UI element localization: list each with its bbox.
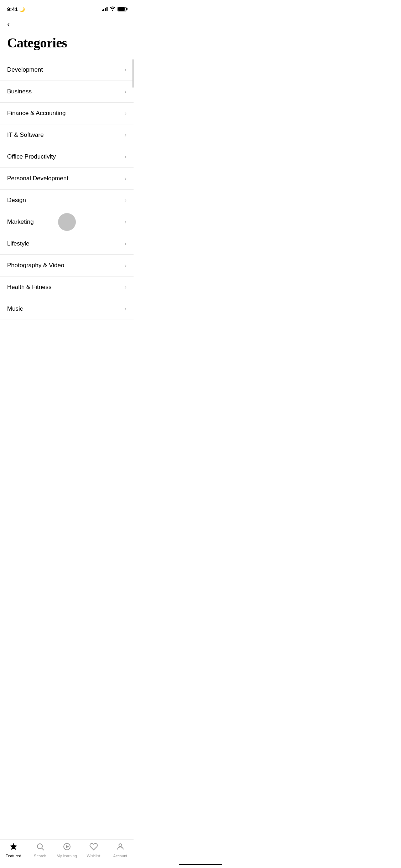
category-label-marketing: Marketing bbox=[7, 218, 34, 226]
chevron-right-icon: › bbox=[125, 241, 126, 247]
back-arrow-icon: ‹ bbox=[7, 20, 10, 29]
chevron-right-icon: › bbox=[125, 175, 126, 182]
category-item-lifestyle[interactable]: Lifestyle› bbox=[0, 233, 134, 255]
category-label-business: Business bbox=[7, 88, 32, 95]
category-list: Development›Business›Finance & Accountin… bbox=[0, 59, 134, 320]
chevron-right-icon: › bbox=[125, 284, 126, 290]
category-label-personal-development: Personal Development bbox=[7, 175, 68, 182]
category-item-marketing[interactable]: Marketing› bbox=[0, 211, 134, 233]
chevron-right-icon: › bbox=[125, 197, 126, 203]
scrollbar bbox=[132, 59, 134, 320]
category-item-business[interactable]: Business› bbox=[0, 81, 134, 103]
wifi-icon bbox=[110, 6, 115, 12]
page-title: Categories bbox=[0, 32, 134, 59]
chevron-right-icon: › bbox=[125, 306, 126, 312]
chevron-right-icon: › bbox=[125, 88, 126, 95]
chevron-right-icon: › bbox=[125, 67, 126, 73]
chevron-right-icon: › bbox=[125, 262, 126, 269]
category-label-finance: Finance & Accounting bbox=[7, 110, 66, 117]
category-label-music: Music bbox=[7, 305, 23, 312]
category-label-design: Design bbox=[7, 197, 26, 204]
touch-ripple bbox=[58, 213, 76, 231]
chevron-right-icon: › bbox=[125, 132, 126, 138]
category-label-development: Development bbox=[7, 66, 43, 73]
battery-icon bbox=[118, 7, 126, 11]
chevron-right-icon: › bbox=[125, 110, 126, 117]
category-label-health: Health & Fitness bbox=[7, 284, 52, 291]
category-item-finance[interactable]: Finance & Accounting› bbox=[0, 103, 134, 124]
category-item-photography[interactable]: Photography & Video› bbox=[0, 255, 134, 277]
status-time: 9:41 🌙 bbox=[7, 6, 25, 12]
category-item-music[interactable]: Music› bbox=[0, 298, 134, 320]
category-item-design[interactable]: Design› bbox=[0, 190, 134, 211]
category-label-it-software: IT & Software bbox=[7, 131, 44, 139]
category-item-development[interactable]: Development› bbox=[0, 59, 134, 81]
category-item-it-software[interactable]: IT & Software› bbox=[0, 124, 134, 146]
category-label-office-productivity: Office Productivity bbox=[7, 153, 56, 160]
status-bar: 9:41 🌙 bbox=[0, 0, 134, 16]
category-label-lifestyle: Lifestyle bbox=[7, 240, 29, 247]
status-icons bbox=[102, 6, 127, 12]
category-item-health[interactable]: Health & Fitness› bbox=[0, 277, 134, 298]
chevron-right-icon: › bbox=[125, 154, 126, 160]
chevron-right-icon: › bbox=[125, 219, 126, 225]
back-button[interactable]: ‹ bbox=[0, 16, 134, 32]
category-item-personal-development[interactable]: Personal Development› bbox=[0, 168, 134, 190]
category-label-photography: Photography & Video bbox=[7, 262, 64, 269]
category-item-office-productivity[interactable]: Office Productivity› bbox=[0, 146, 134, 168]
scrollbar-thumb bbox=[132, 59, 134, 88]
signal-icon bbox=[102, 7, 108, 11]
